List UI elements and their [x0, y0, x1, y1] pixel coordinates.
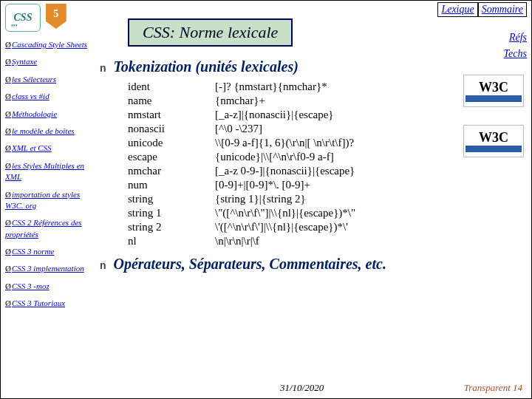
page-title: CSS: Norme lexicale	[128, 18, 293, 47]
link-refs[interactable]: Réfs	[504, 32, 527, 44]
token-def: [_a-z]|{nonascii}|{escape}	[215, 108, 355, 122]
token-table: ident[-]? {nmstart}{nmchar}* name{nmchar…	[128, 80, 355, 248]
token-def: [^\0 -\237]	[215, 122, 355, 136]
nav-link[interactable]: CSS 3 -moz	[5, 281, 92, 292]
nav-link[interactable]: CSS 3 implementation	[5, 263, 92, 274]
token-name: nmstart	[128, 108, 215, 122]
w3c-text: W3C	[479, 130, 508, 146]
token-def: [-]? {nmstart}{nmchar}*	[215, 80, 355, 94]
nav-link[interactable]: Syntaxe	[5, 56, 92, 67]
w3c-tag-icon	[466, 146, 522, 152]
nav-link[interactable]: importation de styles W3C. org	[5, 189, 92, 212]
main-content: LexiqueSommaire Réfs Techs CSS: Norme le…	[95, 1, 531, 398]
footer-page: Transparent 14	[464, 382, 522, 394]
token-def: {nmchar}+	[215, 94, 355, 108]
token-name: ident	[128, 80, 215, 94]
side-links: Réfs Techs	[504, 27, 527, 64]
nav-link[interactable]: Méthodologie	[5, 109, 92, 120]
token-name: name	[128, 94, 215, 108]
table-row: escape{unicode}|\\[^\n\r\f0-9 a-f]	[128, 150, 355, 164]
nav-link[interactable]: CSS 3 Tutoriaux	[5, 298, 92, 309]
token-name: nl	[128, 234, 215, 248]
token-def: {unicode}|\\[^\n\r\f0-9 a-f]	[215, 150, 355, 164]
nav-link[interactable]: les Sélecteurs	[5, 74, 92, 85]
link-techs[interactable]: Techs	[504, 48, 527, 60]
token-name: string 2	[128, 220, 215, 234]
w3c-tag-icon	[466, 95, 522, 102]
css-logo-icon: CSS	[5, 4, 41, 32]
w3c-text: W3C	[479, 80, 508, 95]
section1-heading: Tokenization (unités lexicales)	[100, 58, 525, 75]
nav-link[interactable]: Cascading Style Sheets	[5, 39, 92, 50]
token-name: unicode	[128, 136, 215, 150]
table-row: string 1\"([^\n\r\f\"]|\\{nl}|{escape})*…	[128, 206, 355, 220]
token-def: \\[0-9 a-f]{1, 6}(\r\n|[ \n\r\t\f])?	[215, 136, 355, 150]
table-row: string 2\'([^\n\r\f\']|\\{nl}|{escape})*…	[128, 220, 355, 234]
nav-links: Cascading Style Sheets Syntaxe les Sélec…	[5, 39, 92, 310]
link-lexique[interactable]: Lexique	[437, 2, 477, 17]
w3c-logo-icon: W3C	[463, 75, 524, 107]
nav-link[interactable]: XML et CSS	[5, 143, 92, 154]
token-def: \n|\r\n|\r|\f	[215, 234, 355, 248]
w3c-logo-icon: W3C	[463, 125, 524, 157]
link-sommaire[interactable]: Sommaire	[478, 2, 527, 17]
section2-heading: Opérateurs, Séparateurs, Commentaires, e…	[100, 256, 525, 273]
table-row: nonascii[^\0 -\237]	[128, 122, 355, 136]
token-def: \'([^\n\r\f\']|\\{nl}|{escape})*\'	[215, 220, 355, 234]
section-tokenization: Tokenization (unités lexicales) ident[-]…	[100, 58, 525, 248]
token-name: string	[128, 192, 215, 206]
token-name: nmchar	[128, 164, 215, 178]
footer: 31/10/2020 Transparent 14	[95, 382, 531, 395]
logo-row: CSS 5	[5, 4, 92, 32]
nav-link[interactable]: les Styles Multiples en XML	[5, 160, 92, 183]
nav-link[interactable]: CSS 2 Références des propriétés	[5, 217, 92, 240]
table-row: name{nmchar}+	[128, 94, 355, 108]
token-def: [_a-z 0-9-]|{nonascii}|{escape}	[215, 164, 355, 178]
table-row: ident[-]? {nmstart}{nmchar}*	[128, 80, 355, 94]
section-operators: Opérateurs, Séparateurs, Commentaires, e…	[100, 256, 525, 273]
token-def: [0-9]+|[0-9]*\. [0-9]+	[215, 178, 355, 192]
top-links: LexiqueSommaire	[437, 2, 527, 17]
nav-link[interactable]: class vs #id	[5, 91, 92, 102]
table-row: num[0-9]+|[0-9]*\. [0-9]+	[128, 178, 355, 192]
sidebar: CSS 5 Cascading Style Sheets Syntaxe les…	[1, 1, 95, 398]
table-row: string{string 1}|{string 2}	[128, 192, 355, 206]
token-name: string 1	[128, 206, 215, 220]
table-row: nmchar[_a-z 0-9-]|{nonascii}|{escape}	[128, 164, 355, 178]
w3c-logos: W3C W3C	[463, 75, 524, 175]
token-name: escape	[128, 150, 215, 164]
token-name: num	[128, 178, 215, 192]
html5-shield-icon: 5	[46, 4, 66, 29]
table-row: unicode\\[0-9 a-f]{1, 6}(\r\n|[ \n\r\t\f…	[128, 136, 355, 150]
nav-link[interactable]: CSS 3 norme	[5, 246, 92, 257]
footer-date: 31/10/2020	[280, 382, 324, 394]
table-row: nmstart[_a-z]|{nonascii}|{escape}	[128, 108, 355, 122]
table-row: nl\n|\r\n|\r|\f	[128, 234, 355, 248]
token-def: {string 1}|{string 2}	[215, 192, 355, 206]
token-def: \"([^\n\r\f\"]|\\{nl}|{escape})*\"	[215, 206, 355, 220]
nav-link[interactable]: le modèle de boîtes	[5, 126, 92, 137]
token-name: nonascii	[128, 122, 215, 136]
